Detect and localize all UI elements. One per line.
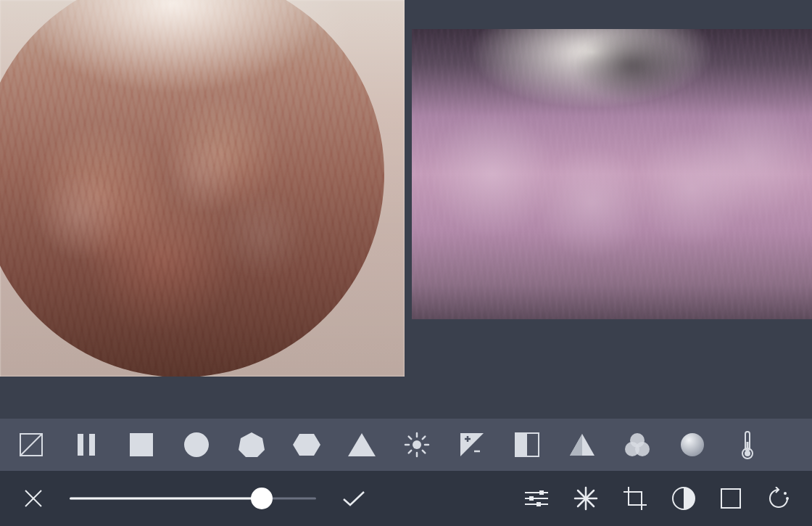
slider-knob[interactable] [251,488,273,509]
svg-rect-41 [529,496,534,501]
svg-marker-26 [570,434,582,456]
brightness-icon [403,431,431,459]
half-circle-icon [671,486,696,511]
color-channels-button[interactable] [621,428,654,461]
brightness-button[interactable] [400,428,434,461]
sliders-icon [523,488,550,509]
svg-point-50 [784,492,787,495]
slider-fill [70,498,262,500]
sphere-icon [679,432,705,458]
square-outline-icon [719,487,742,510]
svg-rect-24 [515,433,527,456]
preview-photo-original[interactable] [412,29,812,319]
sparkle-icon [573,485,599,511]
check-icon [341,489,366,508]
preview-right [405,0,812,419]
effects-button[interactable] [573,485,599,511]
crop-button[interactable] [622,485,648,511]
svg-rect-4 [130,433,153,456]
saturation-button[interactable] [676,428,709,461]
hexagon-filled-icon [292,432,321,457]
thermometer-icon [740,430,755,459]
svg-rect-3 [89,434,95,456]
triangle-shape-button[interactable] [345,428,378,461]
reset-button[interactable] [766,487,792,510]
preview-right-header [405,0,812,29]
shadows-button[interactable] [510,428,544,461]
svg-line-17 [423,437,426,440]
parallel-bars-button[interactable] [70,428,103,461]
undo-icon [766,487,792,510]
svg-rect-48 [721,489,740,508]
heptagon-shape-button[interactable] [235,428,268,461]
svg-point-30 [681,433,704,456]
svg-line-16 [409,451,412,453]
square-shape-button[interactable] [125,428,158,461]
adjustments-button[interactable] [523,488,550,509]
exposure-icon [460,432,484,457]
preview-left-circle-mask[interactable] [0,0,405,377]
svg-line-1 [20,434,42,456]
svg-line-14 [409,437,412,440]
svg-marker-7 [293,434,320,456]
no-shape-button[interactable] [14,428,48,461]
bars-icon [76,432,96,457]
heptagon-filled-icon [238,432,265,458]
square-filled-icon [129,432,154,457]
svg-point-9 [413,440,421,449]
highlights-button[interactable] [566,428,599,461]
svg-point-5 [184,432,209,457]
svg-marker-6 [239,432,265,457]
frame-button[interactable] [719,487,742,510]
svg-marker-8 [348,433,376,456]
contrast-button[interactable] [671,486,696,511]
hexagon-shape-button[interactable] [290,428,323,461]
svg-rect-40 [539,490,544,495]
svg-rect-34 [747,442,749,452]
exposure-button[interactable] [455,428,489,461]
control-bar [0,471,812,526]
apply-button[interactable] [339,489,368,508]
square-diagonal-icon [19,432,44,457]
shape-toolbar [0,419,812,471]
svg-line-15 [423,451,426,453]
venn-circles-icon [623,432,652,458]
svg-rect-42 [536,502,541,506]
temperature-button[interactable] [731,428,764,461]
svg-rect-2 [78,434,83,456]
circle-shape-button[interactable] [180,428,213,461]
triangle-filled-icon [347,432,376,457]
canvas-area [0,0,812,419]
cancel-button[interactable] [20,488,46,509]
intensity-slider[interactable] [70,484,316,513]
shadows-icon [515,432,539,457]
circle-filled-icon [183,432,210,458]
crop-icon [622,485,648,511]
close-icon [23,488,44,509]
svg-point-49 [786,497,789,500]
svg-point-29 [635,442,650,456]
highlights-triangle-icon [568,432,596,457]
